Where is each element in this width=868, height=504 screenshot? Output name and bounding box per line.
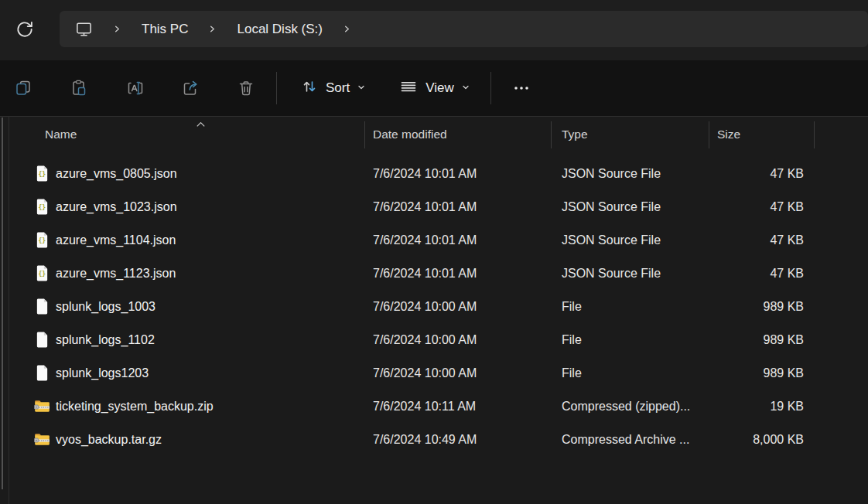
file-type: File [552, 366, 709, 380]
file-name-cell: {}azure_vms_1023.json [9, 198, 365, 216]
toolbar-divider [276, 72, 277, 104]
chevron-down-icon [461, 80, 470, 96]
file-size: 989 KB [709, 300, 815, 314]
json-file-icon: {} [34, 198, 50, 216]
chevron-down-icon [357, 80, 366, 96]
delete-button[interactable] [237, 79, 255, 97]
sort-label: Sort [326, 80, 350, 96]
file-list-area: Name Date modified Type Size {}azure_vms… [0, 116, 868, 504]
file-size: 47 KB [709, 200, 815, 214]
file-row[interactable]: splunk_logs_11027/6/2024 10:00 AMFile989… [9, 323, 868, 356]
sort-ascending-caret-icon [195, 117, 207, 125]
left-pane-scrollbar[interactable] [2, 117, 3, 489]
zip-folder-icon [34, 397, 50, 416]
file-icon [34, 364, 50, 383]
rename-button[interactable] [125, 79, 144, 97]
file-row[interactable]: {}azure_vms_1104.json7/6/2024 10:01 AMJS… [9, 223, 868, 257]
file-date-modified: 7/6/2024 10:00 AM [365, 300, 552, 314]
file-name-label: splunk_logs_1003 [56, 300, 155, 314]
address-bar[interactable]: This PC Local Disk (S:) [60, 11, 868, 47]
file-name-cell: vyos_backup.tar.gz [9, 431, 365, 449]
file-size: 47 KB [709, 267, 815, 281]
zip-folder-icon [34, 431, 50, 449]
file-name-label: azure_vms_0805.json [56, 167, 177, 181]
file-name-label: azure_vms_1104.json [56, 233, 176, 247]
delete-icon [237, 88, 255, 100]
file-size: 47 KB [709, 167, 815, 181]
pane-divider [9, 116, 9, 504]
file-name-label: azure_vms_1023.json [56, 200, 177, 214]
file-row[interactable]: ticketing_system_backup.zip7/6/2024 10:1… [9, 390, 868, 423]
file-date-modified: 7/6/2024 10:01 AM [365, 167, 552, 181]
file-listing: Name Date modified Type Size {}azure_vms… [9, 117, 868, 504]
file-size: 8,000 KB [709, 433, 815, 447]
chevron-right-icon[interactable] [208, 24, 217, 34]
svg-text:{}: {} [38, 271, 46, 278]
file-type: JSON Source File [552, 167, 709, 181]
file-type: Compressed Archive ... [552, 433, 709, 447]
svg-text:{}: {} [38, 237, 46, 244]
column-header-size[interactable]: Size [709, 117, 815, 152]
file-type: JSON Source File [552, 200, 709, 214]
file-date-modified: 7/6/2024 10:11 AM [365, 400, 552, 414]
file-size: 47 KB [709, 233, 815, 247]
rename-icon [125, 88, 144, 100]
toolbar-divider [490, 72, 491, 104]
file-row[interactable]: vyos_backup.tar.gz7/6/2024 10:49 AMCompr… [9, 423, 868, 456]
this-pc-icon [75, 20, 93, 38]
file-action-buttons [14, 79, 255, 97]
file-row[interactable]: {}azure_vms_1123.json7/6/2024 10:01 AMJS… [9, 257, 868, 290]
file-size: 19 KB [709, 400, 815, 414]
share-button[interactable] [181, 79, 200, 97]
chevron-right-icon[interactable] [343, 24, 351, 34]
file-name-label: splunk_logs1203 [56, 366, 149, 380]
file-explorer-window: This PC Local Disk (S:) Sort View [0, 0, 868, 504]
more-options-button[interactable] [510, 79, 533, 97]
view-dropdown-button[interactable]: View [398, 77, 470, 100]
sort-icon [300, 77, 319, 100]
file-icon [34, 298, 50, 316]
file-name-label: ticketing_system_backup.zip [56, 400, 214, 414]
file-name-label: azure_vms_1123.json [56, 267, 176, 281]
column-header-type[interactable]: Type [552, 117, 709, 152]
view-icon [398, 77, 419, 100]
file-row[interactable]: splunk_logs12037/6/2024 10:00 AMFile989 … [9, 356, 868, 390]
file-icon [34, 331, 50, 349]
file-row[interactable]: splunk_logs_10037/6/2024 10:00 AMFile989… [9, 290, 868, 323]
paste-icon [70, 88, 88, 100]
copy-button[interactable] [14, 79, 32, 97]
share-icon [181, 88, 200, 100]
file-name-cell: {}azure_vms_1123.json [9, 264, 365, 283]
navigation-bar: This PC Local Disk (S:) [0, 0, 868, 60]
paste-button[interactable] [70, 79, 88, 97]
file-row[interactable]: {}azure_vms_0805.json7/6/2024 10:01 AMJS… [9, 157, 868, 190]
file-name-cell: splunk_logs_1003 [9, 298, 365, 316]
file-name-cell: splunk_logs1203 [9, 364, 365, 383]
file-name-cell: splunk_logs_1102 [9, 331, 365, 349]
svg-text:{}: {} [38, 171, 46, 178]
svg-text:{}: {} [38, 204, 46, 211]
chevron-right-icon [113, 24, 121, 34]
file-size: 989 KB [709, 333, 815, 347]
sort-dropdown-button[interactable]: Sort [300, 77, 366, 100]
column-header-date-modified[interactable]: Date modified [365, 117, 552, 152]
column-header-row: Name Date modified Type Size [9, 117, 868, 152]
file-name-cell: {}azure_vms_1104.json [9, 231, 365, 250]
file-name-label: splunk_logs_1102 [56, 333, 155, 347]
file-type: JSON Source File [552, 233, 709, 247]
refresh-button[interactable] [12, 17, 37, 42]
file-date-modified: 7/6/2024 10:01 AM [365, 233, 552, 247]
breadcrumb-local-disk[interactable]: Local Disk (S:) [237, 22, 323, 37]
file-row[interactable]: {}azure_vms_1023.json7/6/2024 10:01 AMJS… [9, 190, 868, 223]
command-bar: Sort View [0, 60, 868, 116]
breadcrumb-this-pc[interactable]: This PC [142, 22, 188, 37]
column-header-name[interactable]: Name [9, 117, 365, 152]
file-rows: {}azure_vms_0805.json7/6/2024 10:01 AMJS… [9, 157, 868, 456]
file-date-modified: 7/6/2024 10:49 AM [365, 433, 552, 447]
file-type: File [552, 300, 709, 314]
file-date-modified: 7/6/2024 10:00 AM [365, 333, 552, 347]
column-header-filler [815, 117, 868, 152]
file-type: JSON Source File [552, 267, 709, 281]
file-type: Compressed (zipped)... [552, 400, 709, 414]
json-file-icon: {} [34, 165, 50, 183]
